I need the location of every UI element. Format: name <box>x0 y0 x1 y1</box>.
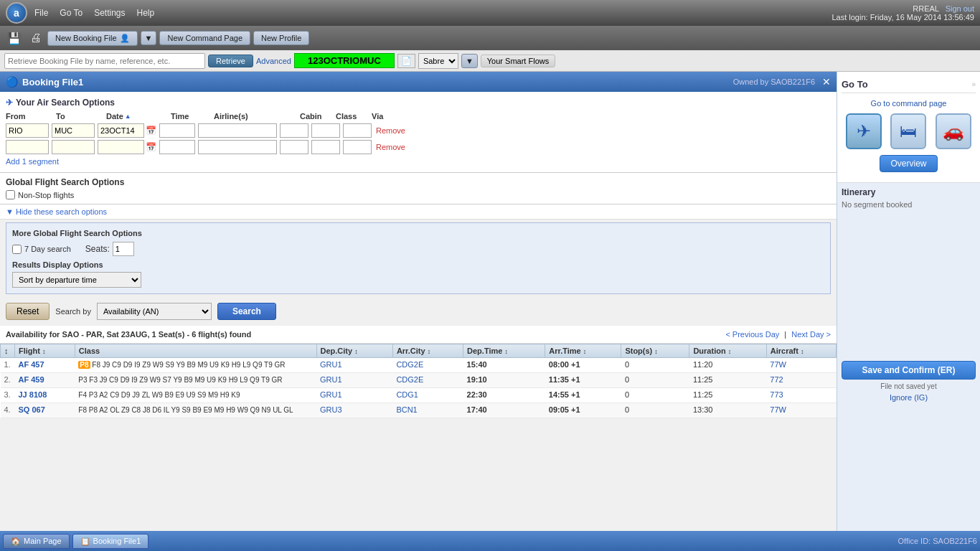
arr-city-cell: CDG2E <box>392 373 463 388</box>
col-arr-time[interactable]: Arr.Time ↕ <box>545 344 621 358</box>
menu-help[interactable]: Help <box>133 6 159 19</box>
retrieve-button[interactable]: Retrieve <box>208 55 253 67</box>
aircraft-link[interactable]: 77W <box>770 360 786 369</box>
aircraft-link[interactable]: 772 <box>770 375 783 384</box>
col-flight[interactable]: Flight ↕ <box>15 344 75 358</box>
booking-file-tab[interactable]: 📋 Booking File1 <box>72 534 149 549</box>
menu-goto[interactable]: Go To <box>55 6 87 19</box>
arr-city-link[interactable]: BCN1 <box>396 405 417 414</box>
remove-link-2[interactable]: Remove <box>376 143 405 151</box>
via-input-1[interactable] <box>343 123 372 138</box>
to-input-1[interactable] <box>52 123 95 138</box>
doc-icon-button[interactable]: 📄 <box>397 54 415 68</box>
class-cell: F8 P8 A2 OL Z9 C8 J8 D6 IL Y9 S9 B9 E9 M… <box>75 403 316 418</box>
dep-city-link[interactable]: GRU1 <box>320 375 342 384</box>
ignore-link[interactable]: Ignore (IG) <box>842 393 976 402</box>
flight-link[interactable]: AF 457 <box>19 360 44 369</box>
table-row: 3. JJ 8108 F4 P3 A2 C9 D9 J9 ZL W9 B9 E9… <box>1 388 837 403</box>
goto-command-link[interactable]: Go to command page <box>842 99 976 108</box>
airlines-input-2[interactable] <box>198 140 277 154</box>
arr-time-cell: 09:05 +1 <box>545 403 621 418</box>
smart-flows-button[interactable]: Your Smart Flows <box>481 55 555 67</box>
dep-city-link[interactable]: GRU1 <box>320 360 342 369</box>
new-booking-dropdown[interactable]: ▼ <box>141 31 157 45</box>
remove-link-1[interactable]: Remove <box>376 126 405 135</box>
seats-input[interactable] <box>113 242 134 256</box>
col-arr-city[interactable]: Arr.City ↕ <box>392 344 463 358</box>
sort-select[interactable]: Sort by departure timeSort by arrival ti… <box>12 272 141 288</box>
prev-day-link[interactable]: < Previous Day <box>725 330 779 339</box>
reset-button[interactable]: Reset <box>6 303 50 320</box>
date-input-2[interactable] <box>98 140 144 154</box>
search-button[interactable]: Search <box>217 303 276 320</box>
arr-city-link[interactable]: CDG2E <box>396 375 423 384</box>
menu-settings[interactable]: Settings <box>90 6 129 19</box>
time-input-1[interactable] <box>159 123 195 138</box>
flight-link[interactable]: AF 459 <box>19 375 44 384</box>
goto-hotel-button[interactable]: 🛏 <box>890 113 926 149</box>
expand-arrow[interactable]: » <box>971 80 976 88</box>
goto-plane-button[interactable]: ✈ <box>846 113 882 149</box>
main-page-tab[interactable]: 🏠 Main Page <box>3 534 70 549</box>
seven-day-checkbox[interactable] <box>12 245 22 254</box>
save-icon-button[interactable]: 💾 <box>4 30 24 47</box>
dep-city-link[interactable]: GRU3 <box>320 405 342 414</box>
flight-link[interactable]: SQ 067 <box>19 405 45 414</box>
from-input-2[interactable] <box>6 140 49 154</box>
arr-city-link[interactable]: CDG1 <box>396 390 418 399</box>
col-class[interactable]: Class <box>75 344 316 358</box>
bottom-bar: 🏠 Main Page 📋 Booking File1 Office ID: S… <box>0 531 980 551</box>
cabin-input-1[interactable] <box>280 123 308 138</box>
aircraft-link[interactable]: 773 <box>770 390 783 399</box>
time-input-2[interactable] <box>159 140 195 154</box>
dep-time-cell: 19:10 <box>463 373 545 388</box>
dep-city-link[interactable]: GRU1 <box>320 390 342 399</box>
air-search-title: ✈ Your Air Search Options <box>6 98 831 108</box>
booking-file-close[interactable]: ✕ <box>822 76 831 88</box>
goto-car-button[interactable]: 🚗 <box>936 113 971 149</box>
calendar-icon-1[interactable]: 📅 <box>146 126 156 136</box>
col-dep-city[interactable]: Dep.City ↕ <box>316 344 392 358</box>
col-sort[interactable]: ↕ <box>1 344 15 358</box>
next-day-link[interactable]: Next Day > <box>791 330 831 339</box>
cabin-input-2[interactable] <box>280 140 308 154</box>
nonstop-checkbox-label[interactable]: Non-Stop flights <box>6 190 831 199</box>
menu-file[interactable]: File <box>30 6 52 19</box>
col-aircraft[interactable]: Aircraft ↕ <box>766 344 836 358</box>
class-input-2[interactable] <box>311 140 340 154</box>
calendar-icon-2[interactable]: 📅 <box>146 142 156 152</box>
user-info: RREAL Sign out Last login: Friday, 16 Ma… <box>831 4 974 22</box>
new-profile-button[interactable]: New Profile <box>253 31 309 45</box>
col-stops[interactable]: Stop(s) ↕ <box>621 344 689 358</box>
gds-select[interactable]: Sabre <box>418 53 458 69</box>
col-dep-time[interactable]: Dep.Time ↕ <box>463 344 545 358</box>
col-duration[interactable]: Duration ↕ <box>689 344 766 358</box>
flight-link[interactable]: JJ 8108 <box>19 390 47 399</box>
nonstop-checkbox[interactable] <box>6 190 15 199</box>
booking-file-header: 🔵 Booking File1 Owned by SAOB221F6 ✕ <box>0 72 837 92</box>
from-input-1[interactable] <box>6 123 49 138</box>
retrieve-input[interactable] <box>4 53 205 69</box>
overview-button[interactable]: Overview <box>880 155 937 172</box>
date-input-1[interactable] <box>98 123 144 138</box>
seven-day-checkbox-label[interactable]: 7 Day search <box>12 245 71 254</box>
signout-link[interactable]: Sign out <box>946 4 974 13</box>
new-command-button[interactable]: New Command Page <box>159 31 250 45</box>
search-by-select[interactable]: Availability (AN)Schedule (SS)Low Fare (… <box>97 303 212 320</box>
advanced-link[interactable]: Advanced <box>256 57 291 65</box>
via-input-2[interactable] <box>343 140 372 154</box>
class-input-1[interactable] <box>311 123 340 138</box>
print-icon-button[interactable]: 🖨 <box>27 30 44 46</box>
new-booking-button[interactable]: New Booking File 👤 <box>47 31 138 46</box>
add-segment-link[interactable]: Add 1 segment <box>6 157 59 166</box>
gds-dropdown[interactable]: ▼ <box>461 54 478 68</box>
highlighted-class[interactable]: P8 <box>78 361 90 369</box>
save-confirm-section: Save and Confirm (ER) File not saved yet… <box>837 357 980 406</box>
hide-options-link[interactable]: ▼ Hide these search options <box>6 207 831 216</box>
airlines-input-1[interactable] <box>198 123 277 138</box>
app-logo[interactable]: a <box>6 2 27 24</box>
arr-city-link[interactable]: CDG2E <box>396 360 423 369</box>
save-confirm-button[interactable]: Save and Confirm (ER) <box>842 361 976 380</box>
to-input-2[interactable] <box>52 140 95 154</box>
aircraft-link[interactable]: 77W <box>770 405 786 414</box>
